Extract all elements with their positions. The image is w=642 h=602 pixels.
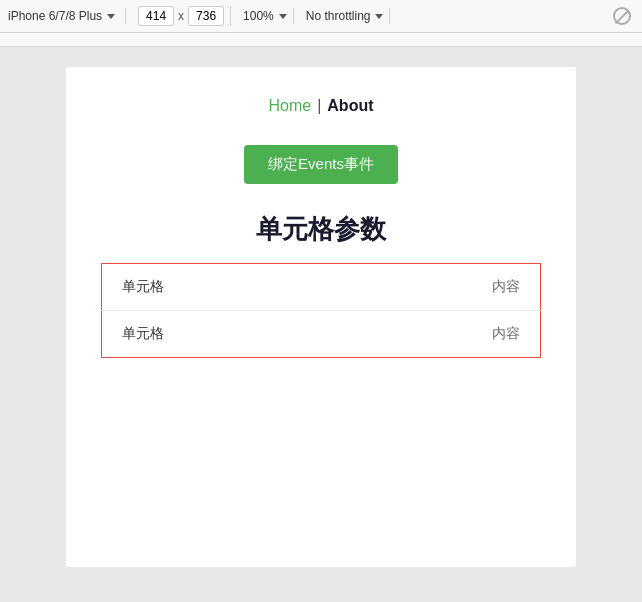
dimension-separator: x (178, 9, 184, 23)
width-input[interactable] (138, 6, 174, 26)
throttle-label: No throttling (306, 9, 371, 23)
no-symbol-icon (613, 7, 631, 25)
height-input[interactable] (188, 6, 224, 26)
table-row: 单元格 内容 (102, 311, 541, 358)
phone-content: Home | About 绑定Events事件 单元格参数 单元格 内容 单元格… (66, 67, 576, 567)
throttle-control[interactable]: No throttling (300, 9, 391, 23)
navigation: Home | About (268, 97, 373, 115)
no-throttle-icon-btn[interactable] (610, 4, 634, 28)
device-label: iPhone 6/7/8 Plus (8, 9, 102, 23)
nav-about-link[interactable]: About (327, 97, 373, 115)
table-row: 单元格 内容 (102, 264, 541, 311)
cell-content: 内容 (341, 264, 540, 311)
ruler (0, 33, 642, 47)
canvas-area: Home | About 绑定Events事件 单元格参数 单元格 内容 单元格… (0, 47, 642, 602)
nav-home-link[interactable]: Home (268, 97, 311, 115)
cell-label: 单元格 (102, 311, 342, 358)
data-table: 单元格 内容 单元格 内容 (101, 263, 541, 358)
zoom-label: 100% (243, 9, 274, 23)
device-selector[interactable]: iPhone 6/7/8 Plus (8, 9, 126, 23)
zoom-control[interactable]: 100% (237, 9, 294, 23)
zoom-chevron-icon (279, 14, 287, 19)
throttle-chevron-icon (375, 14, 383, 19)
dimension-controls: x (132, 6, 231, 26)
toolbar: iPhone 6/7/8 Plus x 100% No throttling (0, 0, 642, 33)
section-title: 单元格参数 (256, 212, 386, 247)
nav-separator: | (317, 97, 321, 115)
cell-label: 单元格 (102, 264, 342, 311)
device-chevron-icon (107, 14, 115, 19)
cell-content: 内容 (341, 311, 540, 358)
bind-events-button[interactable]: 绑定Events事件 (244, 145, 398, 184)
